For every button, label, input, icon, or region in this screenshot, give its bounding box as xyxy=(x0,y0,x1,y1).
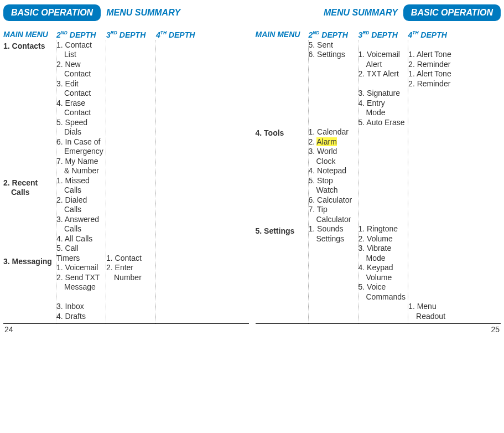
menu-item: 2. Volume xyxy=(358,234,406,244)
menu-item: 4. All Calls xyxy=(56,234,103,244)
spacer xyxy=(156,224,204,234)
spacer xyxy=(106,224,153,234)
spacer xyxy=(408,254,456,264)
spacer xyxy=(156,205,204,215)
left-page-number: 24 xyxy=(3,324,249,334)
col-2nd-depth: 2ND DEPTH xyxy=(56,30,106,39)
spacer xyxy=(3,167,54,177)
spacer xyxy=(156,99,204,109)
spacer xyxy=(309,69,356,79)
spacer xyxy=(358,166,406,176)
spacer xyxy=(256,265,306,275)
main-menu-column: 4. Tools 5. Settings xyxy=(256,40,309,324)
main-menu-entry: 3. Messaging xyxy=(3,257,54,267)
menu-item: 6. In Case ofEmergency xyxy=(56,137,103,157)
spacer xyxy=(408,215,456,225)
spacer xyxy=(256,50,306,60)
spacer xyxy=(408,99,456,109)
menu-item: 5. Auto Erase xyxy=(358,118,406,128)
spacer xyxy=(358,79,406,89)
spacer xyxy=(156,176,204,186)
right-page: MENU SUMMARY BASIC OPERATION MAIN MENU 2… xyxy=(252,0,505,336)
spacer xyxy=(106,40,153,50)
spacer xyxy=(256,158,306,168)
menu-item: 1. VoicemailAlert xyxy=(358,50,406,69)
spacer xyxy=(408,108,456,118)
spacer xyxy=(106,176,153,186)
basic-operation-pill: BASIC OPERATION xyxy=(3,4,101,21)
menu-item: 2. TXT Alert xyxy=(358,69,406,79)
spacer xyxy=(256,108,306,118)
spacer xyxy=(3,51,54,61)
spacer xyxy=(256,79,306,89)
col-4th-depth: 4TH DEPTH xyxy=(408,30,458,39)
menu-item: 1. MissedCalls xyxy=(56,176,103,195)
spacer xyxy=(408,137,456,147)
spacer xyxy=(256,40,306,50)
menu-item: 4. Notepad xyxy=(309,166,356,176)
fourth-depth-column xyxy=(156,40,206,324)
spacer xyxy=(256,314,306,324)
menu-item: 1. Alert Tone xyxy=(408,50,456,60)
spacer xyxy=(106,99,153,109)
spacer xyxy=(156,302,204,312)
spacer xyxy=(3,246,54,256)
spacer xyxy=(408,147,456,157)
menu-item: 2. EnterNumber xyxy=(106,263,153,282)
spacer xyxy=(106,50,153,60)
main-menu-entry: 1. Contacts xyxy=(3,42,54,51)
left-column-headers: MAIN MENU 2ND DEPTH 3RD DEPTH 4TH DEPTH xyxy=(3,30,249,39)
menu-item: 7. My Name& Number xyxy=(56,157,103,176)
menu-item: 2. DialedCalls xyxy=(56,195,103,215)
menu-item: 6. Calculator xyxy=(309,195,356,205)
spacer xyxy=(358,302,406,312)
spacer xyxy=(106,292,153,302)
spacer xyxy=(56,292,103,302)
second-depth-column: 5. Sent6. Settings 1. Calendar2. Alarm3.… xyxy=(309,40,358,324)
spacer xyxy=(156,79,204,89)
spacer xyxy=(256,216,306,226)
spacer xyxy=(3,296,54,306)
spacer xyxy=(256,206,306,216)
menu-item: 1. Calendar xyxy=(309,127,356,137)
spacer xyxy=(256,60,306,70)
spacer xyxy=(256,187,306,197)
spacer xyxy=(156,89,204,99)
spacer xyxy=(106,108,153,118)
menu-item: 4. EraseContact xyxy=(56,99,103,118)
col-3rd-depth: 3RD DEPTH xyxy=(106,30,156,39)
spacer xyxy=(106,89,153,99)
menu-item: 2. Alarm xyxy=(309,137,356,147)
menu-item: 5. VoiceCommands xyxy=(358,282,406,302)
main-menu-entry: 2. RecentCalls xyxy=(3,178,54,198)
spacer xyxy=(358,147,406,157)
spacer xyxy=(256,304,306,314)
left-body: 1. Contacts 2. RecentCalls 3. Messaging … xyxy=(3,40,249,324)
spacer xyxy=(408,282,456,292)
spacer xyxy=(3,90,54,100)
third-depth-column: 1. VoicemailAlert2. TXT Alert 3. Signatu… xyxy=(358,40,409,324)
spacer xyxy=(3,198,54,208)
spacer xyxy=(156,244,204,254)
spacer xyxy=(309,99,356,109)
spacer xyxy=(358,312,406,322)
menu-summary-heading: MENU SUMMARY xyxy=(324,8,398,18)
spacer xyxy=(106,157,153,167)
spacer xyxy=(3,61,54,71)
page-spread: BASIC OPERATION MENU SUMMARY MAIN MENU 2… xyxy=(0,0,504,336)
spacer xyxy=(358,137,406,147)
spacer xyxy=(358,176,406,186)
menu-item: 2. Send TXTMessage xyxy=(56,273,103,292)
spacer xyxy=(408,263,456,273)
spacer xyxy=(309,89,356,99)
spacer xyxy=(3,138,54,148)
spacer xyxy=(3,80,54,90)
spacer xyxy=(408,166,456,176)
spacer xyxy=(408,118,456,128)
spacer xyxy=(106,195,153,205)
spacer xyxy=(3,148,54,158)
spacer xyxy=(256,295,306,305)
spacer xyxy=(156,127,204,137)
spacer xyxy=(408,205,456,215)
spacer xyxy=(156,273,204,283)
